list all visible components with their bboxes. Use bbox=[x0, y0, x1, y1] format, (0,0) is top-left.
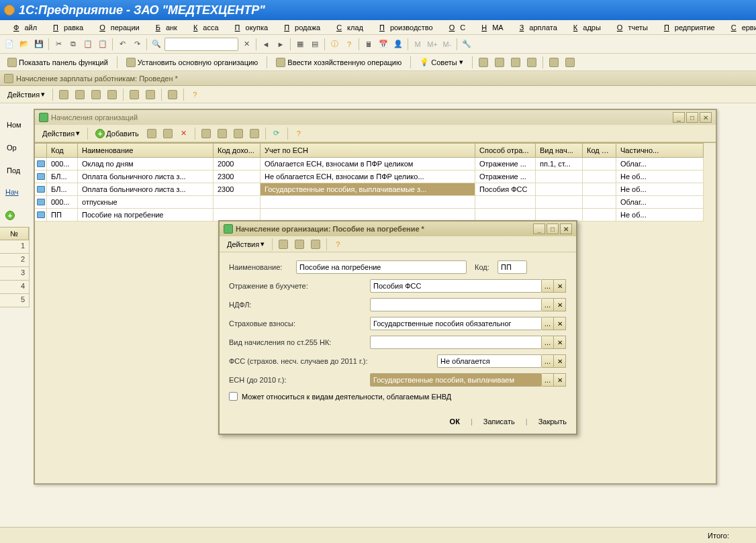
dialog-help-icon[interactable]: ? bbox=[331, 238, 344, 251]
dialog-actions-button[interactable]: Действия ▾ bbox=[224, 238, 268, 251]
ltb-7[interactable] bbox=[248, 127, 261, 140]
nav-back-icon[interactable]: ◄ bbox=[259, 38, 273, 51]
table-row[interactable]: БЛ...Оплата больничного листа з...2300Го… bbox=[35, 183, 716, 196]
menu-сервис[interactable]: Сервис bbox=[720, 22, 756, 33]
column-header[interactable]: Код д... bbox=[583, 143, 616, 158]
wrench-icon[interactable]: 🔧 bbox=[460, 38, 473, 51]
search-clear-icon[interactable]: ✕ bbox=[240, 38, 253, 51]
refresh-icon[interactable]: ⟳ bbox=[270, 127, 283, 140]
doc-tb-4[interactable] bbox=[105, 88, 119, 101]
menu-нма[interactable]: НМА bbox=[471, 22, 508, 33]
esn-field[interactable] bbox=[370, 373, 542, 387]
menu-производство[interactable]: Производство bbox=[369, 22, 438, 33]
open-icon[interactable]: 📂 bbox=[17, 38, 31, 51]
ndfl-clear-button[interactable]: ✕ bbox=[554, 298, 566, 311]
tab-accruals[interactable]: Нач bbox=[5, 188, 19, 196]
menu-склад[interactable]: Склад bbox=[326, 22, 369, 33]
menu-отчеты[interactable]: Отчеты bbox=[606, 22, 653, 33]
dtb-3[interactable] bbox=[309, 238, 322, 251]
art255-select-button[interactable]: … bbox=[542, 336, 554, 349]
close-button-2[interactable]: Закрыть bbox=[536, 416, 569, 427]
art255-clear-button[interactable]: ✕ bbox=[554, 336, 566, 349]
ndfl-field[interactable] bbox=[370, 298, 542, 311]
insurance-field[interactable] bbox=[370, 317, 542, 330]
show-panel-button[interactable]: Показать панель функций bbox=[3, 55, 113, 70]
ex5-icon[interactable] bbox=[547, 56, 561, 69]
ex6-icon[interactable] bbox=[563, 56, 577, 69]
menu-зарплата[interactable]: Зарплата bbox=[509, 22, 563, 33]
calc-icon[interactable]: 🖩 bbox=[362, 38, 375, 51]
fss-select-button[interactable]: … bbox=[542, 354, 554, 368]
menu-банк[interactable]: Банк bbox=[145, 22, 183, 33]
menu-операции[interactable]: Операции bbox=[89, 22, 144, 33]
insurance-select-button[interactable]: … bbox=[542, 317, 554, 330]
table-row[interactable]: БЛ...Оплата больничного листа з...2300Не… bbox=[35, 170, 716, 183]
undo-icon[interactable]: ↶ bbox=[115, 38, 129, 51]
paste2-icon[interactable]: 📋 bbox=[96, 38, 109, 51]
list-grid[interactable]: КодНаименованиеКод дохо...Учет по ЕСНСпо… bbox=[35, 142, 716, 221]
doc-tb-2[interactable] bbox=[73, 88, 87, 101]
doc-tb-5[interactable] bbox=[128, 88, 141, 101]
ltb-4[interactable] bbox=[199, 127, 213, 140]
mplus-icon[interactable]: M+ bbox=[426, 38, 439, 51]
insurance-clear-button[interactable]: ✕ bbox=[554, 317, 566, 330]
info-icon[interactable]: ⓘ bbox=[328, 38, 341, 51]
menu-правка[interactable]: Правка bbox=[42, 22, 89, 33]
menu-продажа[interactable]: Продажа bbox=[273, 22, 326, 33]
table-row[interactable]: 000...Оклад по дням2000Облагается ЕСН, в… bbox=[35, 158, 716, 170]
dtb-2[interactable] bbox=[293, 238, 306, 251]
save-icon[interactable]: 💾 bbox=[32, 38, 46, 51]
buh-select-button[interactable]: … bbox=[542, 279, 554, 293]
ltb-3[interactable]: ✕ bbox=[177, 127, 191, 140]
ltb-5[interactable] bbox=[216, 127, 229, 140]
ltb-1[interactable] bbox=[145, 127, 158, 140]
ltb-2[interactable] bbox=[161, 127, 175, 140]
paste-icon[interactable]: 📋 bbox=[81, 38, 95, 51]
table-row[interactable]: 000...отпускныеОблаг... bbox=[35, 196, 716, 209]
fss-clear-button[interactable]: ✕ bbox=[554, 354, 566, 368]
menu-покупка[interactable]: Покупка bbox=[224, 22, 274, 33]
menu-файл[interactable]: Файл bbox=[3, 22, 42, 33]
envd-checkbox[interactable] bbox=[229, 392, 238, 401]
enter-operation-button[interactable]: Ввести хозяйственную операцию bbox=[271, 55, 406, 70]
name-field[interactable] bbox=[296, 260, 467, 274]
maximize-button[interactable]: □ bbox=[686, 112, 698, 123]
calendar-icon[interactable]: 📅 bbox=[377, 38, 390, 51]
menu-ос[interactable]: ОС bbox=[438, 22, 471, 33]
cut-icon[interactable]: ✂ bbox=[52, 38, 65, 51]
doc-tb-3[interactable] bbox=[89, 88, 103, 101]
esn-select-button[interactable]: … bbox=[542, 373, 554, 387]
column-header[interactable]: Учет по ЕСН bbox=[261, 143, 475, 158]
column-header[interactable]: Код bbox=[47, 143, 78, 158]
column-header[interactable]: Частично... bbox=[616, 143, 704, 158]
help-icon[interactable]: ? bbox=[342, 38, 356, 51]
add-row-button[interactable]: + bbox=[5, 211, 15, 220]
list-actions-button[interactable]: Действия ▾ bbox=[39, 127, 83, 140]
column-header[interactable]: Вид нач... bbox=[536, 143, 583, 158]
search-input[interactable] bbox=[164, 38, 238, 51]
column-header[interactable]: Наименование bbox=[78, 143, 214, 158]
doc-tb-6[interactable] bbox=[144, 88, 157, 101]
add-button[interactable]: + Добавить bbox=[92, 127, 142, 140]
ex1-icon[interactable] bbox=[477, 56, 490, 69]
fss-field[interactable] bbox=[437, 354, 542, 368]
menu-предприятие[interactable]: Предприятие bbox=[653, 22, 720, 33]
list2-icon[interactable]: ▤ bbox=[308, 38, 322, 51]
set-main-org-button[interactable]: Установить основную организацию bbox=[122, 55, 263, 70]
doc-tb-7[interactable] bbox=[166, 88, 179, 101]
redo-icon[interactable]: ↷ bbox=[130, 38, 144, 51]
user-icon[interactable]: 👤 bbox=[391, 38, 405, 51]
copy-icon[interactable]: ⧉ bbox=[66, 38, 80, 51]
doc-help-icon[interactable]: ? bbox=[188, 88, 201, 101]
save-button[interactable]: Записать bbox=[481, 416, 518, 427]
m-icon[interactable]: M bbox=[411, 38, 424, 51]
dialog-minimize-button[interactable]: _ bbox=[533, 224, 545, 234]
ndfl-select-button[interactable]: … bbox=[542, 298, 554, 311]
ex3-icon[interactable] bbox=[509, 56, 522, 69]
column-header[interactable] bbox=[35, 143, 47, 158]
dialog-maximize-button[interactable]: □ bbox=[547, 224, 559, 234]
code-field[interactable] bbox=[498, 260, 527, 274]
ex4-icon[interactable] bbox=[525, 56, 538, 69]
menu-кадры[interactable]: Кадры bbox=[563, 22, 606, 33]
tips-button[interactable]: 💡 Советы ▾ bbox=[415, 55, 467, 70]
